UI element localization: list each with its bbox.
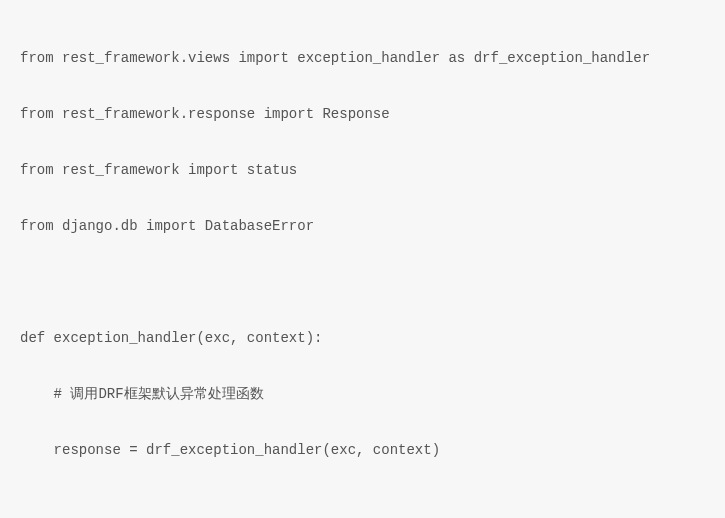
code-line: response = drf_exception_handler(exc, co… [20, 436, 705, 464]
code-line: from django.db import DatabaseError [20, 212, 705, 240]
code-block: from rest_framework.views import excepti… [20, 16, 705, 518]
code-line: from rest_framework import status [20, 156, 705, 184]
code-line: # 调用DRF框架默认异常处理函数 [20, 380, 705, 408]
code-line: from rest_framework.views import excepti… [20, 44, 705, 72]
code-line: def exception_handler(exc, context): [20, 324, 705, 352]
code-line: from rest_framework.response import Resp… [20, 100, 705, 128]
